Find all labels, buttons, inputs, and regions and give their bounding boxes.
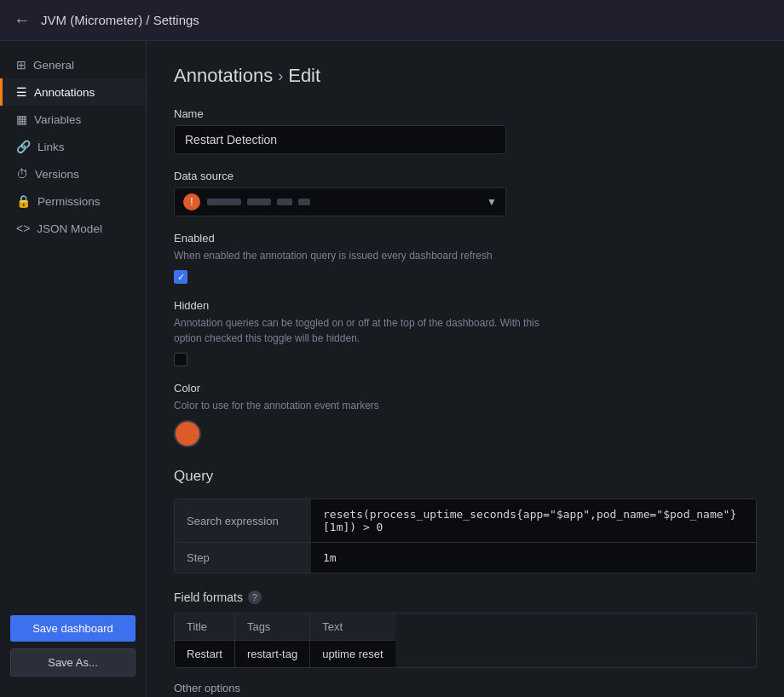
breadcrumb-base: Annotations — [174, 65, 273, 87]
top-bar: ← JVM (Micrometer) / Settings — [0, 0, 784, 41]
hidden-checkbox[interactable] — [174, 353, 187, 366]
sidebar-item-links[interactable]: 🔗 Links — [0, 133, 146, 160]
query-row-step: Step 1m — [175, 543, 756, 573]
format-col-tags: Tags restart-tag — [235, 613, 310, 667]
links-icon: 🔗 — [16, 140, 31, 153]
format-header-tags: Tags — [235, 613, 310, 641]
variables-icon: ▦ — [16, 112, 27, 126]
format-val-text[interactable]: uptime reset — [310, 641, 395, 667]
format-col-title: Title Restart — [175, 613, 235, 667]
query-val-step[interactable]: 1m — [311, 543, 756, 573]
datasource-placeholder — [207, 199, 310, 205]
field-formats-title: Field formats ? — [174, 590, 757, 604]
sidebar-label-permissions: Permissions — [37, 195, 101, 208]
datasource-label: Data source — [174, 170, 757, 182]
sidebar-item-general[interactable]: ⊞ General — [0, 51, 146, 78]
sidebar-item-versions[interactable]: ⏱ Versions — [0, 160, 146, 187]
other-options-section: Other options Series value as timestamp … — [174, 682, 757, 697]
enabled-checkbox[interactable]: ✓ — [174, 270, 187, 284]
format-header-title: Title — [175, 613, 235, 641]
save-as-button[interactable]: Save As... — [10, 648, 135, 677]
hidden-section: Hidden Annotation queries can be toggled… — [174, 299, 757, 366]
query-row-search: Search expression resets(process_uptime_… — [175, 499, 756, 543]
query-key-search: Search expression — [175, 499, 311, 542]
color-label: Color — [174, 382, 757, 395]
datasource-select[interactable]: ! ▼ — [174, 187, 506, 216]
sidebar-label-versions: Versions — [35, 168, 79, 181]
color-picker[interactable] — [174, 420, 201, 447]
query-heading: Query — [174, 468, 757, 485]
format-val-tags[interactable]: restart-tag — [235, 641, 310, 667]
general-icon: ⊞ — [16, 58, 26, 72]
enabled-label: Enabled — [174, 232, 757, 245]
sidebar-label-json-model: JSON Model — [37, 222, 102, 235]
hidden-label: Hidden — [174, 299, 757, 312]
breadcrumb: Annotations › Edit — [174, 65, 757, 87]
name-label: Name — [174, 107, 757, 120]
chevron-down-icon: ▼ — [487, 196, 497, 208]
color-section: Color Color to use for the annotation ev… — [174, 382, 757, 447]
sidebar-label-links: Links — [37, 141, 65, 153]
help-icon[interactable]: ? — [248, 590, 262, 604]
datasource-section: Data source ! ▼ — [174, 170, 757, 216]
query-table: Search expression resets(process_uptime_… — [174, 498, 757, 573]
enabled-section: Enabled When enabled the annotation quer… — [174, 232, 757, 284]
permissions-icon: 🔒 — [16, 194, 31, 208]
sidebar: ⊞ General ☰ Annotations ▦ Variables 🔗 Li… — [0, 41, 147, 697]
versions-icon: ⏱ — [16, 167, 28, 181]
datasource-left: ! — [183, 193, 310, 210]
format-col-text: Text uptime reset — [310, 613, 395, 667]
sidebar-item-annotations[interactable]: ☰ Annotations — [0, 78, 146, 106]
sidebar-label-variables: Variables — [34, 113, 81, 126]
other-options-title: Other options — [174, 682, 757, 694]
breadcrumb-page: Edit — [288, 65, 320, 87]
name-input[interactable] — [174, 125, 506, 154]
field-formats-section: Field formats ? Title Restart Tags resta… — [174, 590, 757, 668]
sidebar-item-permissions[interactable]: 🔒 Permissions — [0, 187, 146, 215]
page-title: JVM (Micrometer) / Settings — [41, 13, 199, 27]
query-key-step: Step — [175, 543, 311, 573]
back-icon[interactable]: ← — [14, 10, 31, 30]
format-header-text: Text — [310, 613, 395, 641]
json-model-icon: <> — [16, 222, 30, 235]
query-section: Query Search expression resets(process_u… — [174, 468, 757, 573]
color-desc: Color to use for the annotation event ma… — [174, 398, 566, 413]
hidden-desc: Annotation queries can be toggled on or … — [174, 315, 566, 346]
format-val-title[interactable]: Restart — [175, 641, 235, 667]
annotations-icon: ☰ — [16, 85, 27, 99]
sidebar-label-annotations: Annotations — [34, 86, 95, 99]
enabled-desc: When enabled the annotation query is iss… — [174, 248, 566, 263]
formats-table: Title Restart Tags restart-tag Text upti… — [174, 613, 757, 668]
datasource-icon: ! — [183, 193, 200, 210]
name-section: Name — [174, 107, 757, 154]
query-val-search[interactable]: resets(process_uptime_seconds{app="$app"… — [311, 499, 756, 542]
sidebar-item-json-model[interactable]: <> JSON Model — [0, 215, 146, 242]
sidebar-item-variables[interactable]: ▦ Variables — [0, 106, 146, 133]
save-dashboard-button[interactable]: Save dashboard — [10, 615, 135, 642]
breadcrumb-separator: › — [278, 67, 283, 85]
sidebar-label-general: General — [33, 59, 74, 72]
main-content: Annotations › Edit Name Data source ! — [147, 41, 784, 697]
